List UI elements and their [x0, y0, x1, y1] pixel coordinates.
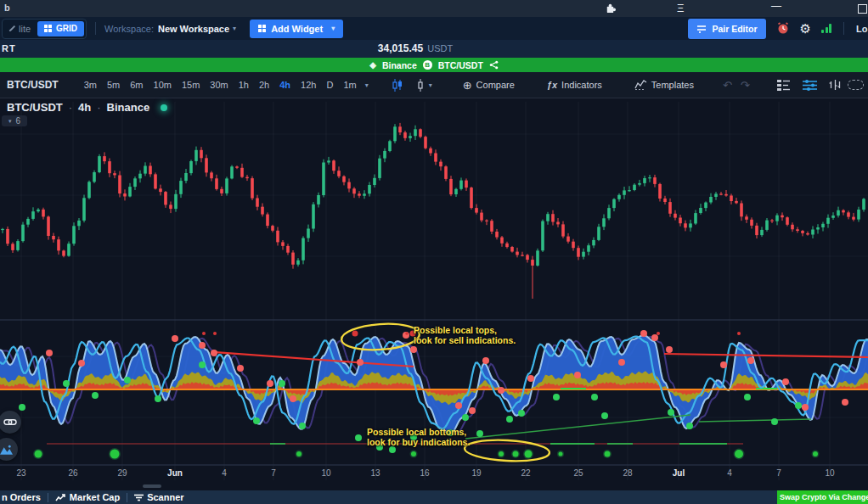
x-axis[interactable]: 232629Jun4710131619222528Jul4710 — [0, 467, 868, 480]
sliders-icon — [696, 25, 707, 33]
workspace-label: Workspace: — [104, 24, 154, 34]
swap-crypto-button[interactable]: Swap Crypto Via ChangeN — [777, 490, 868, 504]
exchange-name[interactable]: Binance — [382, 60, 417, 70]
x-axis-label: 25 — [566, 468, 591, 478]
x-axis-label: Jun — [162, 468, 188, 478]
chart-toolbar: BTC/USDT 3m5m6m10m15m30m1h2h4h12hD1m ▾ ▾… — [0, 72, 868, 98]
x-axis-label: 23 — [8, 468, 34, 478]
timeframe-1h[interactable]: 1h — [239, 80, 249, 90]
timeframe-2h[interactable]: 2h — [259, 80, 269, 90]
timeframe-10m[interactable]: 10m — [154, 80, 172, 90]
chevron-down-icon[interactable]: ▾ — [233, 25, 236, 32]
candle-settings-icon[interactable]: ▾ — [415, 79, 432, 92]
price-value: 34,015.45 — [378, 42, 423, 54]
scanner-icon — [134, 494, 144, 501]
maximize-icon[interactable] — [858, 4, 867, 14]
trading-app-window: b Ξ — lite GRID Workspace: New Workspace… — [0, 0, 868, 504]
app-badge: b — [4, 3, 10, 13]
undo-icon[interactable]: ↶ — [723, 79, 732, 92]
grid-icon — [44, 25, 52, 32]
puzzle-icon[interactable] — [605, 3, 616, 17]
timeframe-6m[interactable]: 6m — [130, 80, 143, 90]
chart-area: BTC/USDT · 4h · Binance ▾ 6 Possible loc… — [0, 98, 868, 490]
signal-bars-icon[interactable] — [821, 24, 831, 33]
timeframe-4h[interactable]: 4h — [279, 80, 290, 90]
gear-icon[interactable]: ⚙ — [800, 22, 811, 35]
x-axis-label: 7 — [766, 468, 792, 478]
templates-icon — [634, 80, 647, 90]
trend-arrow-icon — [55, 494, 66, 501]
workspace-name[interactable]: New Workspace — [158, 24, 229, 34]
x-axis-label: 22 — [513, 468, 538, 478]
pair-name[interactable]: BTC/USDT — [438, 60, 483, 70]
exchange-banner: ◈ Binance B BTC/USDT — [0, 58, 868, 72]
price-currency: USDT — [427, 43, 453, 53]
x-axis-label: 13 — [363, 468, 388, 478]
scrollbar-thumb[interactable] — [143, 484, 161, 488]
share-icon[interactable] — [489, 60, 499, 70]
tab-scanner[interactable]: Scanner — [127, 492, 190, 502]
redo-icon[interactable]: ↷ — [741, 79, 750, 92]
layout-switcher: lite GRID — [2, 19, 87, 39]
timeframe-D[interactable]: D — [326, 80, 333, 90]
x-axis-label: 10 — [313, 468, 339, 478]
candle-style-icon[interactable] — [392, 79, 403, 92]
annotation-bottom-line1: Possible local bottoms, — [367, 428, 466, 437]
annotation-top-line1: Possible local tops, — [414, 326, 497, 335]
collapsed-indicators-chip[interactable]: ▾ 6 — [2, 115, 27, 126]
add-widget-icon — [258, 25, 266, 32]
btc-icon: B — [423, 60, 432, 70]
templates-button[interactable]: Templates — [634, 80, 694, 90]
add-widget-button[interactable]: Add Widget ▾ — [250, 20, 343, 38]
title-bar: b Ξ — — [0, 0, 868, 17]
price-row: RT 34,015.45USDT — [0, 40, 868, 58]
x-axis-label: 29 — [110, 468, 135, 478]
status-dot — [161, 104, 167, 111]
bottom-bar: n Orders Market Cap Scanner Swap Crypto … — [0, 490, 868, 504]
x-axis-label: 4 — [717, 468, 742, 478]
tab-market-cap[interactable]: Market Cap — [48, 492, 127, 502]
binance-logo-icon: ◈ — [369, 60, 376, 70]
lite-mode-button[interactable]: lite — [4, 24, 35, 34]
last-price: 34,015.45USDT — [0, 42, 831, 54]
menu-icon[interactable]: Ξ — [677, 2, 684, 15]
legend-exchange: Binance — [107, 101, 150, 114]
timeframe-12h[interactable]: 12h — [301, 80, 316, 90]
annotation-top-line2: look for sell indications. — [414, 336, 516, 345]
timeframe-5m[interactable]: 5m — [107, 80, 120, 90]
layout-list-icon[interactable] — [777, 80, 791, 91]
timeframe-15m[interactable]: 15m — [182, 80, 200, 90]
grid-mode-button[interactable]: GRID — [37, 21, 84, 36]
cloud-save-icon — [848, 80, 864, 90]
indicators-button[interactable]: ƒx Indicators — [547, 80, 602, 90]
annotation-bottom-line2: look for buy indications. — [367, 438, 470, 447]
symbol-button[interactable]: BTC/USDT — [7, 79, 59, 91]
chain-link-icon — [3, 417, 17, 427]
x-axis-label: 19 — [464, 468, 489, 478]
timeframe-30m[interactable]: 30m — [210, 80, 228, 90]
pen-icon — [8, 25, 16, 32]
timeframe-1m[interactable]: 1m — [343, 80, 356, 90]
minimize-icon[interactable]: — — [771, 0, 781, 13]
pair-editor-button[interactable]: Pair Editor — [688, 19, 765, 39]
tab-open-orders[interactable]: n Orders — [0, 492, 48, 502]
compare-button[interactable]: ⊕ Compare — [463, 79, 515, 92]
object-tree-icon[interactable] — [803, 80, 817, 91]
log-label[interactable]: Lo — [856, 24, 868, 34]
x-axis-label: 7 — [261, 468, 286, 478]
fx-icon: ƒx — [547, 80, 557, 90]
mountain-icon — [0, 445, 13, 455]
x-axis-label: 16 — [412, 468, 437, 478]
x-axis-label: 26 — [60, 468, 86, 478]
timeframe-3m[interactable]: 3m — [84, 80, 97, 90]
alarm-clock-icon[interactable] — [776, 21, 790, 36]
legend-symbol[interactable]: BTC/USDT — [7, 101, 63, 114]
chart-legend: BTC/USDT · 4h · Binance — [7, 101, 167, 114]
compare-icon: ⊕ — [463, 79, 472, 92]
trading-panel-icon[interactable] — [829, 79, 842, 91]
x-axis-label: Jul — [666, 468, 691, 478]
x-axis-label: 28 — [615, 468, 640, 478]
app-toolbar: lite GRID Workspace: New Workspace ▾ Add… — [0, 17, 868, 40]
timeframe-caret-icon[interactable]: ▾ — [365, 81, 369, 89]
legend-interval: 4h — [78, 101, 91, 114]
